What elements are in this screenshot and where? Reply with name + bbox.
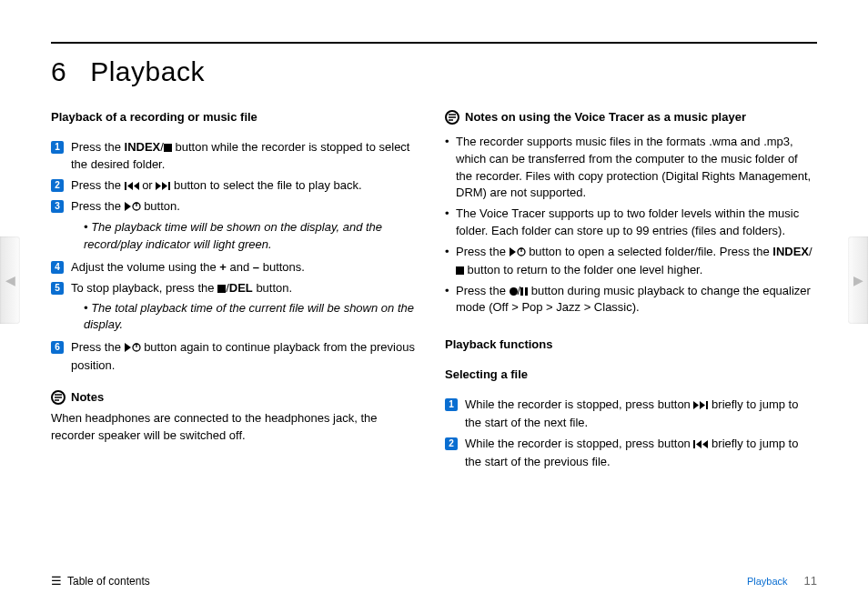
step-5: 5 To stop playback, press the /DEL butto… [51, 280, 423, 335]
notes-label: Notes on using the Voice Tracer as a mus… [465, 109, 746, 126]
svg-marker-4 [162, 182, 167, 190]
svg-rect-24 [693, 440, 695, 448]
step-2: 2 While the recorder is stopped, press b… [445, 436, 817, 471]
chapter-heading: 6Playback [51, 56, 817, 87]
svg-marker-18 [510, 247, 516, 256]
rewind-icon [693, 437, 708, 454]
svg-rect-0 [125, 182, 126, 190]
stop-icon [164, 144, 172, 152]
svg-marker-21 [693, 401, 699, 409]
right-column: Notes on using the Voice Tracer as a mus… [445, 109, 817, 485]
page-number: 11 [804, 574, 817, 588]
play-icon [125, 340, 141, 357]
svg-marker-1 [127, 182, 133, 190]
step-number-badge: 5 [51, 282, 64, 295]
selecting-file-steps: 1 While the recorder is stopped, press b… [445, 397, 817, 470]
step-note: The playback time will be shown on the d… [84, 219, 423, 254]
chapter-number: 6 [51, 56, 66, 86]
svg-marker-22 [700, 401, 705, 409]
svg-marker-3 [156, 182, 161, 190]
play-icon [510, 245, 526, 262]
play-icon [125, 199, 141, 216]
step-number-badge: 1 [445, 398, 458, 411]
note-icon [445, 110, 459, 125]
step-number-badge: 1 [51, 141, 64, 154]
footer-section-link[interactable]: Playback [747, 576, 788, 587]
notes-heading: Notes [51, 389, 423, 407]
step-number-badge: 2 [51, 179, 64, 192]
toc-link[interactable]: ☰ Table of contents [51, 574, 150, 588]
svg-marker-6 [125, 202, 131, 211]
left-column: Playback of a recording or music file 1 … [51, 109, 423, 485]
manual-page: 6Playback Playback of a recording or mus… [0, 0, 868, 613]
top-rule [51, 42, 817, 44]
notes-body: When headphones are connected to the hea… [51, 410, 423, 445]
music-player-notes: The recorder supports music files in the… [445, 134, 817, 317]
step-1: 1 Press the INDEX/ button while the reco… [51, 139, 423, 174]
pause-icon [520, 287, 528, 296]
section-heading: Playback functions [445, 337, 817, 354]
subsection-heading: Selecting a file [445, 367, 817, 384]
page-footer: ☰ Table of contents Playback 11 [51, 574, 817, 588]
step-number-badge: 6 [51, 341, 64, 354]
step-number-badge: 4 [51, 261, 64, 274]
playback-steps: 1 Press the INDEX/ button while the reco… [51, 139, 423, 375]
note-icon [51, 390, 66, 405]
step-4: 4 Adjust the volume using the + and – bu… [51, 259, 423, 276]
step-number-badge: 3 [51, 200, 64, 213]
list-item: The Voice Tracer supports up to two fold… [445, 206, 817, 240]
toc-icon: ☰ [51, 574, 62, 588]
notes-heading: Notes on using the Voice Tracer as a mus… [445, 109, 817, 126]
notes-label: Notes [71, 389, 104, 407]
forward-icon [156, 178, 170, 196]
list-item: Press the button to open a selected fold… [445, 244, 817, 279]
toc-label: Table of contents [67, 575, 150, 588]
section-heading: Playback of a recording or music file [51, 109, 423, 126]
step-2: 2 Press the or button to select the file… [51, 177, 423, 196]
step-6: 6 Press the button again to continue pla… [51, 339, 423, 375]
step-number-badge: 2 [445, 437, 458, 450]
chapter-title: Playback [90, 56, 205, 86]
list-item: Press the / button during music playback… [445, 283, 817, 317]
rewind-icon [125, 178, 139, 196]
forward-icon [693, 397, 708, 415]
list-item: The recorder supports music files in the… [445, 134, 817, 202]
record-icon [510, 287, 518, 296]
step-1: 1 While the recorder is stopped, press b… [445, 397, 817, 432]
stop-icon [456, 266, 464, 275]
step-3: 3 Press the button. The playback time wi… [51, 198, 423, 254]
step-note: The total playback time of the current f… [84, 300, 423, 335]
stop-icon [217, 285, 226, 293]
svg-marker-9 [125, 343, 131, 352]
svg-marker-25 [696, 440, 701, 448]
